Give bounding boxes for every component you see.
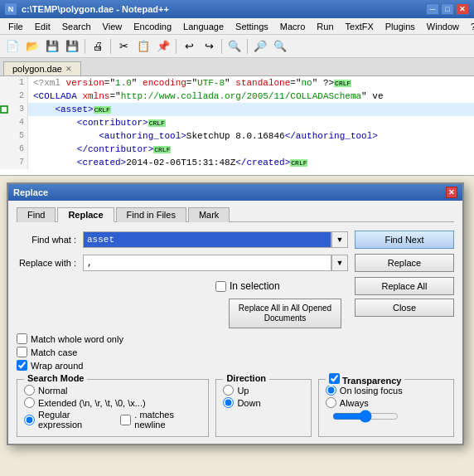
match-case-row: Match case [17,347,454,357]
wrap-around-checkbox[interactable] [17,360,27,371]
match-whole-word-checkbox[interactable] [17,333,27,344]
paste-button[interactable]: 📌 [154,37,172,56]
replace-all-button[interactable]: Replace All [355,277,454,295]
menu-encoding[interactable]: Encoding [128,21,177,32]
find-button[interactable]: 🔍 [225,37,244,56]
match-case-label: Match case [31,347,77,357]
replace-with-input[interactable] [83,255,331,271]
cut-button[interactable]: ✂ [114,37,133,56]
zoom-out-button[interactable]: 🔍 [271,37,289,56]
file-tab-label: polygon.dae [12,64,62,74]
normal-label: Normal [38,386,67,396]
extended-radio[interactable] [24,397,35,408]
svg-rect-0 [1,106,7,113]
wrap-around-label: Wrap around [31,361,83,371]
close-button[interactable]: ✕ [456,3,469,15]
print-button[interactable]: 🖨 [89,37,107,56]
match-case-checkbox[interactable] [17,347,27,357]
menu-view[interactable]: View [98,21,128,32]
in-selection-checkbox[interactable] [215,281,226,292]
editor-line-6: 6 </contributor>CRLF [0,143,474,156]
close-button[interactable]: Close [355,299,454,317]
always-radio[interactable] [326,397,336,408]
down-radio[interactable] [223,397,234,408]
file-tab[interactable]: polygon.dae ✕ [3,61,81,75]
menu-textfx[interactable]: TextFX [341,21,379,32]
dialog-title-text: Replace [13,187,48,197]
menu-language[interactable]: Language [178,21,229,32]
copy-button[interactable]: 📋 [134,37,152,56]
transparency-checkbox[interactable] [329,373,340,384]
sep3 [176,39,177,54]
find-what-dropdown[interactable]: ▼ [331,231,348,248]
title-bar: N c:\TEMP\polygon.dae - Notepad++ ─ □ ✕ [0,0,474,18]
new-button[interactable]: 📄 [3,37,22,56]
dot-newline-checkbox[interactable] [120,415,131,425]
save-button[interactable]: 💾 [43,37,61,56]
line-content-4: <contributor>CRLF [28,116,166,129]
always-label: Always [340,398,369,408]
normal-radio[interactable] [24,385,35,396]
menu-help[interactable]: ? [466,21,474,32]
redo-button[interactable]: ↪ [200,37,218,56]
find-what-label: Find what : [17,235,83,245]
menu-window[interactable]: Window [422,21,464,32]
line-num-1: 1 [8,76,28,90]
menu-settings[interactable]: Settings [230,21,273,32]
window-controls[interactable]: ─ □ ✕ [426,3,469,15]
editor-line-5: 5 <authoring_tool>SketchUp 8.0.16846</au… [0,129,474,143]
menu-file[interactable]: File [3,21,28,32]
tab-bar: polygon.dae ✕ [0,58,474,76]
dialog-close-button[interactable]: ✕ [446,187,457,198]
normal-radio-row: Normal [24,385,201,396]
dot-newline-label: . matches newline [134,410,201,430]
up-radio[interactable] [223,385,234,396]
open-button[interactable]: 📂 [23,37,41,56]
line-num-2: 2 [8,90,28,103]
sep4 [221,39,222,54]
replace-button[interactable]: Replace [355,254,454,272]
transparency-slider[interactable] [332,411,399,421]
app-icon: N [5,3,17,15]
editor[interactable]: 1 <?xml version="1.0" encoding="UTF-8" s… [0,76,474,176]
direction-title: Direction [223,373,269,383]
dialog-body: Find Replace Find in Files Mark Find wha… [8,201,462,444]
direction-section: Direction Up Down [215,379,311,437]
line-content-5: <authoring_tool>SketchUp 8.0.16846</auth… [28,129,378,143]
menu-macro[interactable]: Macro [275,21,311,32]
replace-with-label: Replace with : [17,258,83,268]
find-what-input[interactable] [83,231,331,248]
save-all-button[interactable]: 💾 [63,37,81,56]
sep1 [85,39,85,54]
file-tab-close[interactable]: ✕ [65,65,72,73]
editor-line-3: 3 <asset>CRLF [0,103,474,116]
line-num-5: 5 [8,129,28,143]
tab-find-in-files[interactable]: Find in Files [116,207,186,222]
replace-with-dropdown[interactable]: ▼ [331,255,348,271]
regex-radio[interactable] [24,415,35,425]
zoom-in-button[interactable]: 🔎 [251,37,269,56]
regex-label: Regular expression [38,410,110,430]
transparency-slider-container [326,411,447,421]
replace-dialog: Replace ✕ Find Replace Find in Files Mar… [7,182,464,445]
menu-edit[interactable]: Edit [30,21,56,32]
menu-run[interactable]: Run [312,21,338,32]
find-next-button[interactable]: Find Next [355,231,454,249]
line-marker-4 [0,116,8,129]
sep2 [110,39,111,54]
wrap-around-row: Wrap around [17,360,454,371]
window-title: c:\TEMP\polygon.dae - Notepad++ [22,4,169,14]
replace-all-opened-button[interactable]: Replace All in All Opened Documents [229,299,341,328]
tab-replace[interactable]: Replace [57,207,114,222]
undo-button[interactable]: ↩ [180,37,198,56]
line-marker-2 [0,90,8,103]
line-marker-5 [0,129,8,143]
minimize-button[interactable]: ─ [426,3,439,15]
on-losing-focus-radio[interactable] [326,385,336,396]
menu-search[interactable]: Search [57,21,96,32]
maximize-button[interactable]: □ [441,3,454,15]
tab-find[interactable]: Find [17,207,56,222]
menu-plugins[interactable]: Plugins [380,21,420,32]
tab-mark[interactable]: Mark [188,207,230,222]
extended-radio-row: Extended (\n, \r, \t, \0, \x...) [24,397,201,408]
